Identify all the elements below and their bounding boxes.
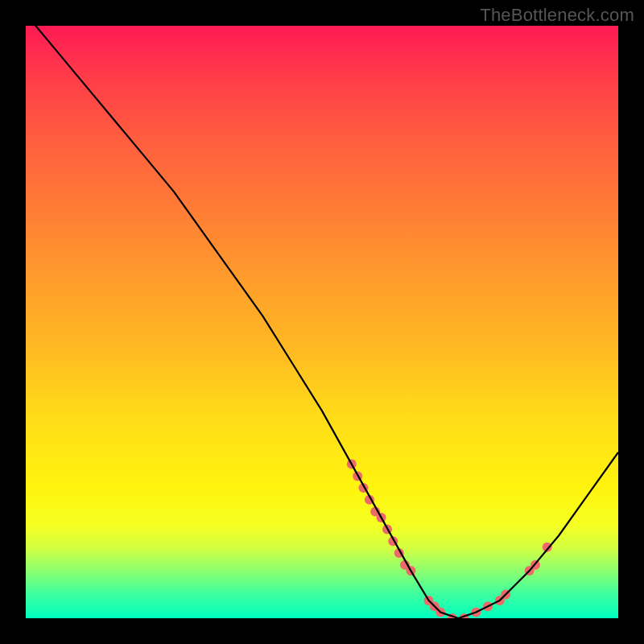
- scatter-points: [347, 460, 552, 618]
- chart-plot-area: [26, 26, 618, 618]
- chart-frame: TheBottleneck.com: [0, 0, 644, 644]
- bottleneck-curve: [26, 26, 618, 618]
- chart-svg: [26, 26, 618, 618]
- watermark-text: TheBottleneck.com: [480, 5, 634, 26]
